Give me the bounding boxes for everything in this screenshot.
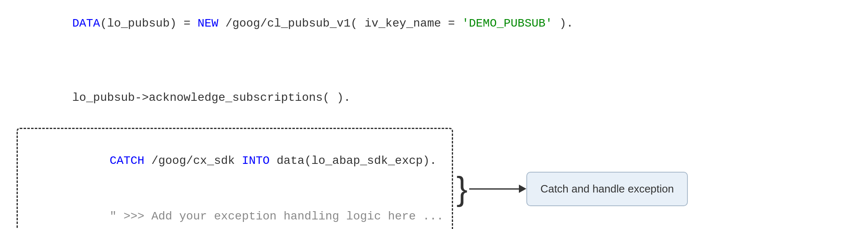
tooltip-box: Catch and handle exception — [526, 172, 688, 206]
closing-paren: ). — [552, 17, 573, 30]
arrow-line — [469, 185, 526, 193]
brace-arrow-group: } Catch and handle exception — [456, 172, 688, 206]
main-container: TRY. DATA(lo_pubsub) = NEW /goog/cl_pubs… — [0, 0, 868, 229]
data-keyword: DATA — [58, 17, 100, 30]
arrow-shaft — [469, 188, 519, 190]
string-value: 'DEMO_PUBSUB' — [462, 17, 552, 30]
ack-call: lo_pubsub->acknowledge_subscriptions( ). — [58, 91, 351, 104]
catch-dashed-box: CATCH /goog/cx_sdk INTO data(lo_abap_sdk… — [17, 128, 453, 229]
catch-class: /goog/cx_sdk — [145, 154, 242, 167]
catch-line2: " >>> Add your exception handling logic … — [26, 189, 444, 229]
code-section: TRY. DATA(lo_pubsub) = NEW /goog/cl_pubs… — [17, 0, 851, 229]
catch-var: data(lo_abap_sdk_excp). — [270, 154, 436, 167]
catch-keyword: CATCH — [96, 154, 145, 167]
catch-block-row: CATCH /goog/cx_sdk INTO data(lo_abap_sdk… — [17, 128, 827, 229]
data-var: (lo_pubsub) = — [100, 17, 198, 30]
new-keyword: NEW — [198, 17, 218, 30]
catch-line1: CATCH /goog/cx_sdk INTO data(lo_abap_sdk… — [26, 133, 444, 189]
code-line-ack: lo_pubsub->acknowledge_subscriptions( ). — [17, 70, 827, 126]
class-name: /goog/cl_pubsub_v1( iv_key_name = — [218, 17, 462, 30]
code-line-data: DATA(lo_pubsub) = NEW /goog/cl_pubsub_v1… — [17, 0, 827, 52]
into-keyword: INTO — [242, 154, 270, 167]
arrow-head — [519, 185, 526, 193]
tooltip-label: Catch and handle exception — [540, 183, 674, 195]
catch-comment: " >>> Add your exception handling logic … — [96, 210, 444, 223]
code-line-blank2 — [17, 52, 827, 71]
right-brace: } — [456, 172, 468, 205]
